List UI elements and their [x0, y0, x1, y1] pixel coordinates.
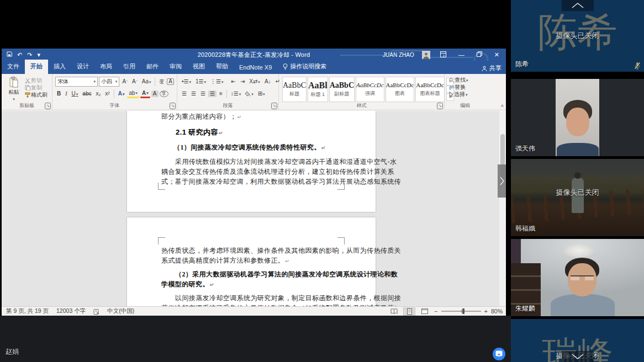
font-dialog-launcher[interactable]: ↘ — [170, 103, 176, 109]
word-count[interactable]: 12003 个字 — [56, 307, 86, 315]
align-left-button[interactable]: ☰ — [180, 91, 188, 97]
document-page-10[interactable]: 热传质状态，并考虑环境因素、操作条件及其他因素的影响，从而为传热传质关 系式提供… — [127, 217, 376, 306]
font-size-combobox[interactable]: 小四 ▾ — [99, 77, 119, 87]
paste-button[interactable]: 粘贴 ▾ — [4, 76, 23, 103]
select-button[interactable]: 选择▾ — [447, 91, 470, 98]
proofing-status-icon[interactable] — [93, 308, 99, 315]
close-button[interactable]: ✕ — [492, 52, 502, 58]
justify-button[interactable]: ☰ — [208, 91, 217, 97]
doc-line: 耦合复杂交互传热传质及流体流动机理进行分析，建立初始传热传质计算关系 — [161, 167, 394, 177]
read-mode-icon — [390, 308, 398, 314]
tab-home[interactable]: 开始 — [25, 60, 48, 74]
tab-view[interactable]: 视图 — [187, 60, 210, 74]
paragraph-dialog-launcher[interactable]: ↘ — [271, 103, 277, 109]
character-border-button[interactable]: A — [167, 78, 174, 85]
collapse-ribbon-button[interactable]: ˄ — [501, 103, 504, 109]
minimize-button[interactable]: — — [456, 52, 467, 58]
sidebar-expand-handle[interactable] — [498, 164, 506, 198]
document-canvas[interactable]: 部分为重点阐述内容）；↵ 2.1 研究内容↵ （1）间接蒸发冷却空调系统传热传质… — [2, 111, 506, 306]
style-heading[interactable]: AaBbC 标题 — [282, 77, 307, 102]
page-indicator[interactable]: 第 9 页, 共 19 页 — [6, 307, 49, 315]
italic-button[interactable]: I — [64, 91, 68, 97]
restore-button[interactable] — [474, 51, 484, 58]
bold-button[interactable]: B — [55, 91, 62, 97]
phonetic-guide-button[interactable]: 变 — [157, 79, 166, 85]
superscript-button[interactable]: x² — [103, 91, 111, 97]
participant-tile-zhuyaolin[interactable]: 朱耀麟 — [511, 239, 644, 316]
zoom-in-button[interactable]: + — [484, 308, 488, 315]
subscript-button[interactable]: x₂ — [94, 91, 102, 97]
participant-tile-qiangtianwei[interactable]: 强天伟 — [511, 79, 644, 156]
style-chart[interactable]: AaBbCcDc 图表 — [386, 77, 415, 102]
line-spacing-button[interactable]: ↕☰▾ — [229, 91, 242, 97]
print-layout-button[interactable] — [403, 307, 415, 316]
tab-review[interactable]: 审阅 — [164, 60, 187, 74]
clipboard-dialog-launcher[interactable]: ↘ — [45, 103, 51, 109]
tab-mailings[interactable]: 邮件 — [141, 60, 164, 74]
sort-button[interactable]: A↓ — [263, 78, 273, 85]
strikethrough-button[interactable]: abc — [81, 91, 93, 97]
vertical-scrollbar[interactable] — [499, 111, 506, 306]
zoom-out-button[interactable]: − — [434, 308, 437, 315]
tab-references[interactable]: 引用 — [118, 60, 141, 74]
style-chart-title[interactable]: AaBbCcDc 图表标题 — [415, 77, 445, 102]
format-painter-button[interactable]: 格式刷 — [23, 92, 49, 98]
style-emphasis[interactable]: AaBbCcDc 强调 — [356, 77, 384, 102]
character-shading-button[interactable]: A — [151, 91, 159, 97]
number-list-button[interactable]: 1☰▾ — [194, 78, 208, 85]
font-name-combobox[interactable]: 宋体 ▾ — [55, 77, 98, 87]
change-case-button[interactable]: Aa▾ — [140, 78, 153, 85]
shrink-font-button[interactable]: Aˇ — [130, 78, 139, 85]
paste-label: 粘贴 — [9, 89, 19, 96]
tab-layout[interactable]: 布局 — [94, 60, 118, 74]
grow-font-button[interactable]: Aˆ — [120, 78, 129, 85]
share-button[interactable]: 共享 — [482, 64, 502, 72]
decrease-indent-button[interactable]: ⇤ — [230, 78, 237, 85]
tab-design[interactable]: 设计 — [71, 60, 94, 74]
multilevel-list-button[interactable]: ⋮☰▾ — [209, 78, 225, 85]
undo-button[interactable]: ↶ — [17, 52, 22, 58]
doc-line: 部分为重点阐述内容）；↵ — [161, 112, 241, 122]
scroll-participants-down-button[interactable] — [562, 351, 594, 362]
redo-button[interactable]: ↷ — [27, 52, 32, 58]
style-heading1[interactable]: AaBl 标题 1 — [308, 77, 328, 102]
align-right-button[interactable]: ☰ — [199, 91, 207, 97]
asian-layout-button[interactable]: X⇄▾ — [247, 78, 262, 85]
copy-button[interactable]: 复制 — [23, 84, 49, 91]
find-button[interactable]: 查找▾ — [447, 77, 470, 83]
cut-button[interactable]: 剪切 — [23, 77, 49, 84]
tab-help[interactable]: 帮助 — [210, 60, 234, 74]
underline-button[interactable]: U▾ — [70, 91, 80, 97]
tab-insert[interactable]: 插入 — [48, 60, 71, 74]
save-button[interactable] — [7, 51, 12, 58]
tab-file[interactable]: 文件 — [2, 60, 25, 74]
chat-fab-button[interactable] — [493, 348, 505, 360]
text-effects-button[interactable]: A▾ — [117, 91, 126, 97]
enclose-characters-button[interactable]: 字 — [160, 91, 168, 97]
zoom-level[interactable]: 80% — [491, 308, 503, 315]
zoom-slider[interactable] — [441, 311, 481, 312]
zoom-slider-thumb[interactable] — [462, 308, 464, 314]
scroll-participants-up-button[interactable] — [562, 0, 594, 11]
read-mode-button[interactable] — [388, 307, 400, 316]
borders-button[interactable]: ⊞▾ — [256, 91, 267, 97]
participant-tile-hanfue[interactable]: 摄像头已关闭 韩福娥 — [511, 159, 644, 236]
account-avatar[interactable] — [422, 51, 430, 59]
highlight-button[interactable]: ab▾ — [127, 90, 139, 98]
tab-endnote[interactable]: EndNote X9 — [234, 61, 277, 74]
web-layout-button[interactable] — [419, 307, 431, 316]
language-indicator[interactable]: 中文(中国) — [107, 307, 134, 315]
styles-dialog-launcher[interactable]: ↘ — [437, 103, 443, 109]
increase-indent-button[interactable]: ⇥ — [239, 78, 246, 85]
font-color-button[interactable]: A▾ — [140, 90, 150, 98]
replace-button[interactable]: ab 替换 — [447, 84, 470, 91]
align-center-button[interactable]: ☰ — [189, 91, 198, 97]
shading-button[interactable]: ▾ — [244, 91, 255, 97]
customize-qat-button[interactable]: ▾ — [37, 52, 40, 58]
bullet-list-button[interactable]: •☰▾ — [180, 78, 193, 85]
distribute-button[interactable]: ≡ — [218, 91, 224, 97]
tell-me-search[interactable]: 操作说明搜索 — [277, 60, 332, 74]
ribbon-display-options-button[interactable] — [438, 51, 448, 58]
document-page-9[interactable]: 部分为重点阐述内容）；↵ 2.1 研究内容↵ （1）间接蒸发冷却空调系统传热传质… — [127, 111, 376, 212]
style-subtitle[interactable]: AaBbC 副标题 — [329, 77, 355, 102]
